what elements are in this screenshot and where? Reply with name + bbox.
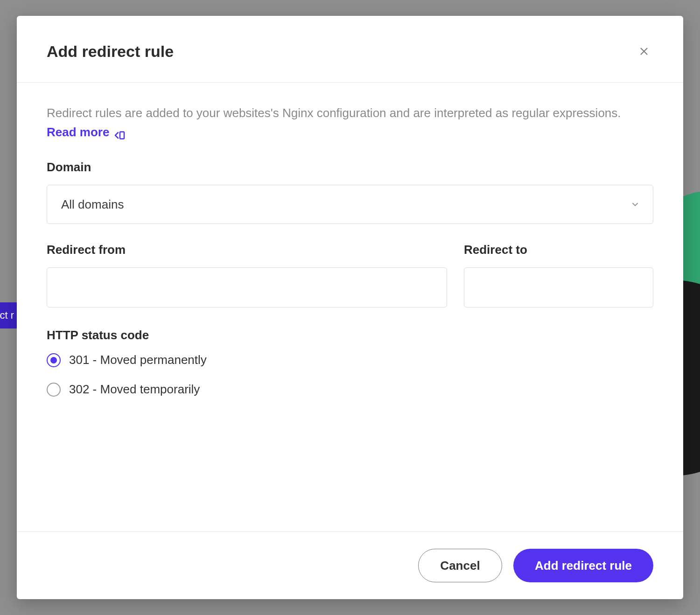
close-button[interactable] (635, 42, 653, 61)
redirect-from-field-group: Redirect from (47, 243, 447, 308)
modal-title: Add redirect rule (47, 42, 174, 61)
redirect-columns: Redirect from Redirect to (47, 243, 653, 308)
status-option-301[interactable]: 301 - Moved permanently (47, 353, 653, 367)
close-icon (638, 46, 650, 57)
submit-button[interactable]: Add redirect rule (513, 549, 653, 582)
modal-footer: Cancel Add redirect rule (17, 531, 683, 599)
http-status-label: HTTP status code (47, 328, 653, 342)
redirect-to-field-group: Redirect to (464, 243, 653, 308)
status-option-label: 302 - Moved temporarily (69, 382, 200, 397)
domain-field-group: Domain All domains (47, 160, 653, 224)
redirect-from-label: Redirect from (47, 243, 447, 257)
redirect-from-input[interactable] (47, 267, 447, 308)
domain-selected-value: All domains (61, 197, 124, 212)
modal-body: Redirect rules are added to your website… (17, 83, 683, 531)
read-more-link[interactable]: Read more (47, 125, 125, 140)
status-option-label: 301 - Moved permanently (69, 353, 207, 367)
redirect-to-label: Redirect to (464, 243, 653, 257)
modal-header: Add redirect rule (17, 16, 683, 83)
submit-label: Add redirect rule (535, 559, 632, 573)
background-button-fragment-label: ct r (0, 309, 14, 321)
svg-rect-0 (120, 132, 124, 139)
add-redirect-rule-modal: Add redirect rule Redirect rules are add… (17, 16, 683, 599)
background-button-fragment: ct r (0, 302, 19, 328)
radio-icon (47, 353, 61, 367)
modal-description: Redirect rules are added to your website… (47, 104, 653, 122)
domain-select[interactable]: All domains (47, 185, 653, 224)
domain-label: Domain (47, 160, 653, 175)
cancel-label: Cancel (440, 559, 480, 573)
radio-icon (47, 383, 61, 397)
read-more-label: Read more (47, 125, 109, 140)
status-option-302[interactable]: 302 - Moved temporarily (47, 382, 653, 397)
domain-select-wrapper: All domains (47, 185, 653, 224)
http-status-field-group: HTTP status code 301 - Moved permanently… (47, 328, 653, 397)
external-link-icon (114, 128, 125, 137)
http-status-radio-group: 301 - Moved permanently 302 - Moved temp… (47, 353, 653, 397)
redirect-to-input[interactable] (464, 267, 653, 308)
cancel-button[interactable]: Cancel (418, 549, 502, 582)
